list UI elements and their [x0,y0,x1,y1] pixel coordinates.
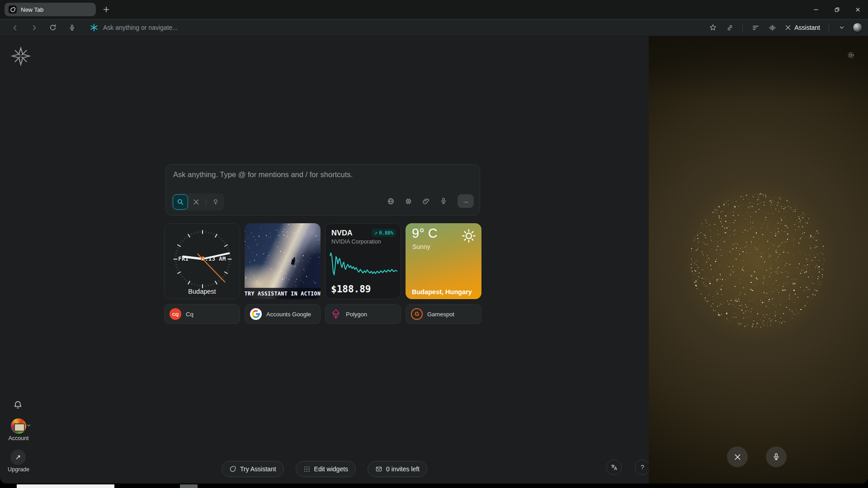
shortcut-polygon[interactable]: Polygon [325,304,401,324]
address-input[interactable] [103,24,338,31]
translate-button[interactable] [606,460,622,475]
search-mode-button[interactable] [173,194,188,210]
microphone-icon [772,452,781,461]
ask-tools: → [385,194,474,208]
ask-input[interactable] [173,170,467,179]
new-tab-page: → FRI 9:13 AM Budapest [0,36,649,483]
weather-widget[interactable]: 9° C Sunny Budapest, Hungary [406,223,481,299]
shortcut-cq[interactable]: CQ Cq [164,304,240,324]
assistant-mode-button[interactable] [189,194,204,210]
weather-location: Budapest, Hungary [412,288,472,296]
discover-mode-button[interactable] [208,194,223,210]
voice-wave-icon[interactable] [766,22,778,33]
close-assistant-icon [785,24,791,31]
model-chip-icon[interactable] [402,195,414,207]
help-button[interactable]: ? [635,460,650,475]
voice-search-icon[interactable] [66,22,78,33]
polygon-logo-icon [330,309,341,319]
search-icon [176,198,184,206]
stock-change-badge: ↗ 0.88% [372,229,396,237]
reading-list-icon[interactable] [750,22,761,33]
restore-button[interactable] [826,0,847,19]
close-button[interactable] [847,0,868,19]
toolbar-right: Assistant [707,22,868,33]
minimize-button[interactable] [806,0,826,19]
translate-icon [610,464,618,471]
perplexity-logo-icon [90,23,99,32]
clock-city-label: Budapest [165,288,240,295]
gamespot-logo-icon: G [411,308,423,320]
mode-selector [172,193,224,211]
screen: New Tab [0,0,868,488]
voice-mic-button[interactable] [766,446,787,467]
try-assistant-button[interactable]: Try Assistant [222,461,284,477]
new-tab-button[interactable] [101,5,111,14]
shortcut-gamespot[interactable]: G Gamespot [406,304,481,324]
taskbar-sliver[interactable] [17,484,114,488]
browser-window: New Tab [0,0,868,483]
invites-button[interactable]: 0 invites left [368,461,427,477]
back-icon[interactable] [9,22,21,33]
notifications-bell-icon[interactable] [13,400,23,410]
voice-close-button[interactable] [727,446,748,467]
particle-sphere [689,192,825,328]
comet-page-logo [11,46,31,66]
bookmark-star-icon[interactable] [707,22,719,33]
titlebar: New Tab [0,0,868,19]
toolbar: Assistant [0,19,868,36]
stock-price: $188.89 [331,284,371,295]
grid-dots-icon [303,465,311,473]
divider [829,23,829,32]
trend-up-icon: ↗ [374,230,377,235]
comet-logo-icon [9,5,17,14]
account-chevron-icon[interactable] [26,423,31,428]
divider [206,198,206,206]
tab-title: New Tab [21,6,43,13]
footer-actions: Try Assistant Edit widgets 0 invites lef… [0,461,649,477]
sun-icon [461,228,477,244]
envelope-icon [375,465,382,473]
weather-condition: Sunny [412,243,430,250]
stock-widget[interactable]: NVDA ↗ 0.88% NVIDIA Corporation $188.89 [325,223,401,299]
account-label: Account [0,435,37,441]
clock-hub [201,257,204,261]
window-controls [806,0,868,19]
nav-buttons [0,22,78,33]
stock-company: NVIDIA Corporation [331,239,381,245]
assistant-promo-widget[interactable]: TRY ASSISTANT IN ACTION [245,223,321,299]
submit-button[interactable]: → [458,194,474,208]
address-bar [90,23,707,32]
reload-icon[interactable] [47,22,59,33]
cq-logo-icon: CQ [170,308,181,320]
chevron-down-icon[interactable] [836,22,848,33]
taskbar-item-sliver[interactable] [180,484,198,488]
ask-card: → [165,164,480,216]
edit-widgets-button[interactable]: Edit widgets [296,461,356,477]
shortcut-accounts-google[interactable]: Accounts Google [245,304,321,324]
browser-tab[interactable]: New Tab [5,3,96,16]
upgrade-button[interactable]: ↗ [10,450,26,465]
assistant-sidebar [649,36,868,483]
clock-widget[interactable]: FRI 9:13 AM Budapest [164,223,240,299]
lightbulb-icon [212,198,220,206]
stock-sparkline [329,249,398,278]
profile-orb-icon[interactable] [853,23,863,33]
assistant-knot-icon [192,198,200,206]
account-avatar[interactable] [11,418,26,434]
google-logo-icon [250,308,262,320]
weather-temp: 9° C [412,226,438,241]
web-globe-icon[interactable] [385,195,396,207]
upgrade-label: Upgrade [0,466,37,473]
divider [742,23,743,32]
stock-symbol: NVDA [331,229,353,237]
copy-link-icon[interactable] [724,22,736,33]
attach-paperclip-icon[interactable] [420,195,432,207]
assistant-toggle[interactable]: Assistant [783,23,822,32]
comet-icon [229,465,236,473]
dictate-mic-icon[interactable] [438,195,449,207]
settings-gear-icon[interactable] [843,47,859,63]
close-icon [733,453,742,461]
promo-caption: TRY ASSISTANT IN ACTION [245,288,321,299]
forward-icon[interactable] [28,22,40,33]
assistant-label: Assistant [794,24,820,31]
